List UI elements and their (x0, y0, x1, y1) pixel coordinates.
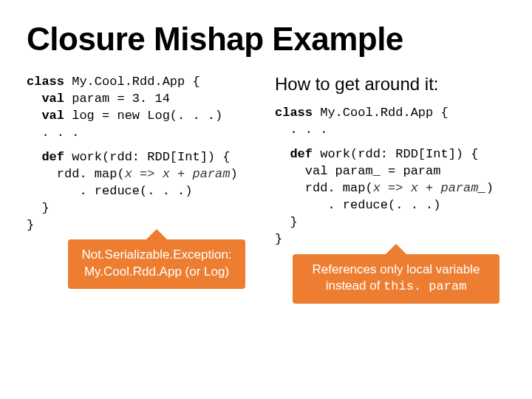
keyword-class: class (27, 75, 64, 89)
code-text: rdd. map( (275, 181, 373, 195)
lambda-arg: x => x + param (125, 167, 231, 181)
code-text: } (27, 218, 34, 232)
callout-line: Not.Serializable.Exception: (77, 247, 236, 263)
code-text: log = new Log(. . .) (64, 109, 222, 123)
keyword-def: def (275, 147, 313, 161)
code-block-left-2: def work(rdd: RDD[Int]) { rdd. map(x => … (27, 149, 257, 234)
code-text: My.Cool.Rdd.App { (313, 106, 449, 120)
code-text: work(rdd: RDD[Int]) { (313, 147, 478, 161)
code-text: work(rdd: RDD[Int]) { (64, 150, 230, 164)
columns: class My.Cool.Rdd.App { val param = 3. 1… (27, 74, 505, 304)
code-text: } (275, 232, 282, 246)
code-text: rdd. map( (27, 167, 125, 181)
code-text: param = 3. 14 (64, 92, 170, 106)
callout-line: instead of this. param (301, 278, 491, 295)
keyword-class: class (275, 106, 313, 120)
callout-text: instead of (326, 279, 383, 293)
lambda-arg: x => x + param_ (373, 181, 486, 195)
code-text: . reduce(. . .) (275, 198, 440, 212)
slide: Closure Mishap Example class My.Cool.Rdd… (0, 0, 532, 324)
code-text: ) (486, 181, 494, 195)
code-block-right-2: def work(rdd: RDD[Int]) { val param_ = p… (275, 146, 505, 248)
callout-code: this. param (383, 279, 466, 293)
code-text: My.Cool.Rdd.App { (64, 75, 200, 89)
keyword-val: val (27, 92, 64, 106)
code-text: } (27, 201, 50, 215)
callout-left: Not.Serializable.Exception: My.Cool.Rdd.… (68, 239, 245, 288)
code-text: . . . (275, 123, 327, 137)
slide-title: Closure Mishap Example (27, 21, 505, 58)
code-text: val param_ = param (275, 164, 440, 178)
right-subhead: How to get around it: (275, 74, 505, 95)
code-text: . reduce(. . .) (27, 184, 192, 198)
callout-line: References only local variable (301, 262, 491, 278)
code-text: . . . (27, 126, 79, 140)
callout-line: My.Cool.Rdd.App (or Log) (77, 264, 236, 280)
keyword-val: val (27, 109, 64, 123)
callout-right: References only local variable instead o… (293, 254, 499, 304)
left-column: class My.Cool.Rdd.App { val param = 3. 1… (27, 74, 257, 304)
code-text: ) (230, 167, 237, 181)
code-block-right-1: class My.Cool.Rdd.App { . . . (275, 105, 505, 139)
right-column: How to get around it: class My.Cool.Rdd.… (275, 74, 505, 304)
code-block-left-1: class My.Cool.Rdd.App { val param = 3. 1… (27, 74, 257, 142)
code-text: } (275, 215, 298, 229)
keyword-def: def (27, 150, 64, 164)
